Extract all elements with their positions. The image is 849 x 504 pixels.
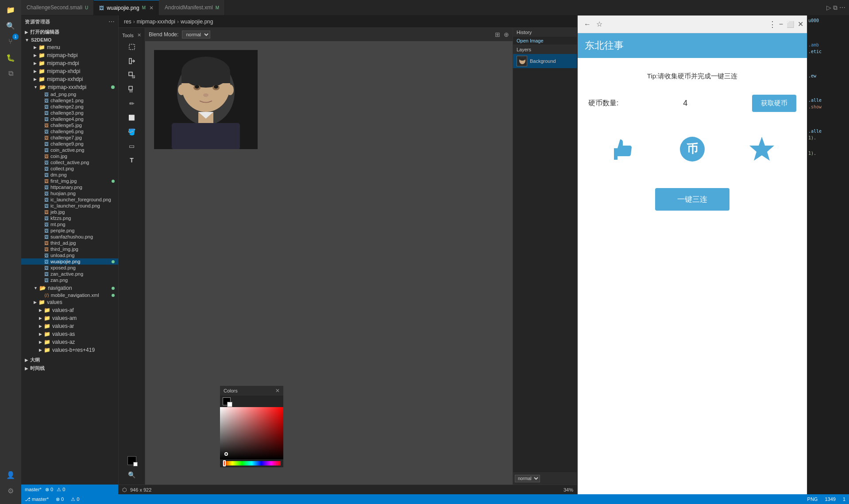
transform-rect-tool[interactable] — [126, 69, 138, 81]
sidebar-item-mipmap-xxxhdpi[interactable]: ▼ 📂 mipmap-xxxhdpi — [21, 83, 118, 91]
file-ic-launcher-fg[interactable]: 🖼 ic_launcher_foreground.png — [21, 196, 118, 203]
star-icon[interactable] — [748, 135, 776, 165]
tools-close-icon[interactable]: ✕ — [137, 32, 141, 38]
extensions-icon[interactable]: ⧉ — [4, 67, 17, 80]
file-challenge9[interactable]: 🖼 challenge9.png — [21, 141, 118, 147]
errors-label[interactable]: ⊗ 0 — [45, 487, 53, 492]
file-ic-launcher-round[interactable]: 🖼 ic_launcher_round.png — [21, 203, 118, 209]
status-warnings[interactable]: ⚠ 0 — [71, 496, 79, 502]
color-fill-tool[interactable] — [126, 454, 138, 467]
history-item-open[interactable]: Open Image — [513, 37, 577, 45]
sidebar-item-values-az[interactable]: ▶ 📁 values-az — [21, 338, 118, 346]
file-third-img[interactable]: 🖼 third_img.jpg — [21, 246, 118, 252]
colors-close-icon[interactable]: ✕ — [275, 388, 280, 394]
sidebar-item-mipmap-xhdpi[interactable]: ▶ 📁 mipmap-xhdpi — [21, 67, 118, 75]
get-coin-button[interactable]: 获取硬币 — [752, 95, 796, 112]
sidebar-item-mipmap-mdpi[interactable]: ▶ 📁 mipmap-mdpi — [21, 59, 118, 67]
status-encoding[interactable]: PNG — [807, 496, 818, 502]
sidebar-item-values-af[interactable]: ▶ 📁 values-af — [21, 306, 118, 314]
file-challenge1[interactable]: 🖼 challenge1.png — [21, 97, 118, 104]
file-challenge2[interactable]: 🖼 challenge2.png — [21, 104, 118, 110]
file-jeb[interactable]: 🖼 jeb.jpg — [21, 209, 118, 215]
file-third-ad[interactable]: 🖼 third_ad.jpg — [21, 240, 118, 246]
account-icon[interactable]: 👤 — [4, 469, 17, 481]
breadcrumb-mipmap[interactable]: mipmap-xxxhdpi — [137, 19, 175, 25]
file-xposed[interactable]: 🖼 xposed.png — [21, 265, 118, 271]
file-unload[interactable]: 🖼 unload.png — [21, 252, 118, 258]
sidebar-item-navigation[interactable]: ▼ 📂 navigation — [21, 284, 118, 292]
file-coin-active[interactable]: 🖼 coin_active.png — [21, 147, 118, 153]
canvas-area[interactable] — [145, 41, 513, 485]
open-editors-header[interactable]: ▶ 打开的编辑器 — [21, 28, 118, 36]
explorer-icon[interactable]: 📁 — [4, 4, 17, 16]
file-mt[interactable]: 🖼 mt.png — [21, 221, 118, 227]
sidebar-item-outline[interactable]: ▶ 大纲 — [21, 356, 118, 364]
restore-icon[interactable]: ⬜ — [787, 21, 794, 28]
back-button[interactable]: ← — [581, 18, 594, 31]
shape-tool[interactable]: ▭ — [126, 140, 138, 152]
split-icon[interactable]: ⧉ — [833, 4, 837, 12]
file-challenge7[interactable]: 🖼 challenge7.jpg — [21, 135, 118, 141]
color-picker-gradient[interactable] — [220, 407, 283, 459]
sidebar-item-values-am[interactable]: ▶ 📁 values-am — [21, 314, 118, 322]
layer-blend-select[interactable]: normal — [515, 475, 540, 482]
settings-icon[interactable]: ⚙ — [4, 485, 17, 497]
warnings-label[interactable]: ⚠ 0 — [57, 487, 65, 492]
file-collect[interactable]: 🖼 collect.png — [21, 165, 118, 172]
file-wuaipojie[interactable]: 🖼 wuaipojie.png — [21, 258, 118, 265]
paint-bucket-tool[interactable]: 🪣 — [126, 126, 138, 138]
sidebar-more-icon[interactable]: ⋯ — [108, 18, 115, 25]
tab-wuaipojie-close[interactable]: ✕ — [149, 5, 154, 11]
sidebar-item-values-as[interactable]: ▶ 📁 values-as — [21, 330, 118, 338]
layer-item-background[interactable]: Background — [513, 54, 577, 68]
file-challenge5[interactable]: 🖼 challenge5.jpg — [21, 122, 118, 128]
tab-wuaipojie[interactable]: 🖼 wuaipojie.png M ✕ — [94, 0, 159, 15]
file-mobile-nav[interactable]: ⟨/⟩ mobile_navigation.xml — [21, 292, 118, 298]
file-ad-png[interactable]: 🖼 ad_png.png — [21, 91, 118, 97]
select-rect-tool[interactable] — [126, 41, 138, 53]
file-challenge6[interactable]: 🖼 challenge6.png — [21, 128, 118, 135]
source-control-icon[interactable]: ⑂ 1 — [4, 35, 17, 48]
branch-label[interactable]: master* — [25, 487, 42, 492]
file-httpcanary[interactable]: 🖼 httpcanary.png — [21, 184, 118, 190]
grid-view-icon[interactable]: ⊞ — [495, 31, 500, 38]
sidebar-item-timeline[interactable]: ▶ 时间线 — [21, 364, 118, 373]
eraser-tool[interactable]: ⬜ — [126, 112, 138, 124]
minimize-icon[interactable]: − — [779, 20, 783, 28]
run-icon[interactable]: ▷ — [826, 4, 831, 11]
blend-mode-select[interactable]: normal — [182, 31, 210, 38]
breadcrumb-res[interactable]: res — [124, 19, 131, 25]
debug-icon[interactable]: 🐛 — [4, 51, 17, 64]
bookmark-icon[interactable]: ☆ — [596, 20, 602, 28]
triple-connect-button[interactable]: 一键三连 — [655, 188, 729, 211]
file-challenge3[interactable]: 🖼 challenge3.png — [21, 110, 118, 116]
file-kfzzs[interactable]: 🖼 kfzzs.png — [21, 215, 118, 221]
file-dm[interactable]: 🖼 dm.png — [21, 172, 118, 178]
file-suanfa[interactable]: 🖼 suanfazhushou.png — [21, 234, 118, 240]
sidebar-item-mipmap-xxhdpi[interactable]: ▶ 📁 mipmap-xxhdpi — [21, 75, 118, 83]
tab-challenge[interactable]: ChallengeSecond.smali U — [21, 0, 94, 15]
status-errors[interactable]: ⊗ 0 — [56, 496, 64, 502]
browser-menu-icon[interactable]: ⋮ — [768, 19, 776, 29]
more-icon[interactable]: ⋯ — [839, 4, 845, 11]
foreground-swatch[interactable] — [223, 397, 231, 405]
file-first-img[interactable]: 🖼 first_img.jpg — [21, 178, 118, 184]
coin-icon[interactable]: 币 — [678, 135, 706, 165]
project-header[interactable]: ▼ S2DEMO — [21, 36, 118, 43]
color-hue-strip[interactable] — [223, 461, 281, 466]
map-icon[interactable]: ⊕ — [504, 31, 509, 38]
status-branch[interactable]: ⎇ master* — [25, 496, 49, 502]
file-penple[interactable]: 🖼 penple.png — [21, 227, 118, 234]
select-arrow-tool[interactable] — [126, 55, 138, 67]
file-challenge4[interactable]: 🖼 challenge4.png — [21, 116, 118, 122]
move-tool[interactable] — [126, 83, 138, 96]
close-window-icon[interactable]: ✕ — [798, 20, 803, 28]
file-zan[interactable]: 🖼 zan.png — [21, 277, 118, 283]
sidebar-item-values-b[interactable]: ▶ 📁 values-b+res+419 — [21, 346, 118, 354]
brush-tool[interactable]: ✏ — [126, 97, 138, 110]
tab-manifest[interactable]: AndroidManifest.xml M — [159, 0, 225, 15]
zoom-tool[interactable]: 🔍 — [126, 469, 138, 481]
file-zan-active[interactable]: 🖼 zan_active.png — [21, 271, 118, 277]
sidebar-item-values[interactable]: ▶ 📁 values — [21, 298, 118, 306]
sidebar-item-values-ar[interactable]: ▶ 📁 values-ar — [21, 322, 118, 330]
